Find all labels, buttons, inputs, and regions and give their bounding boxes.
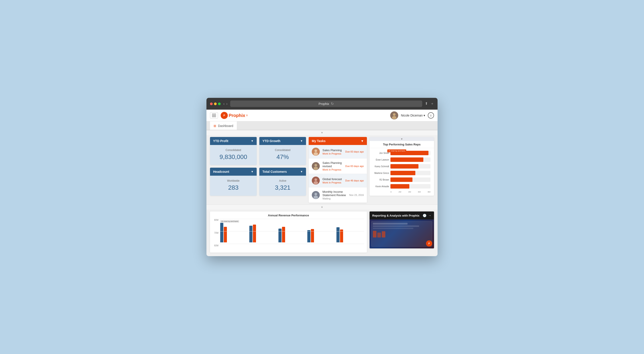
sales-chart-card: ▼ Top Performing Sales Reps JS chart by … — [370, 137, 434, 196]
close-dot[interactable] — [210, 103, 213, 105]
hamburger-line — [212, 115, 216, 116]
rev-bar-orange — [282, 227, 285, 242]
sales-chart-body: JS chart by amCharts Jon Smith Evan Laws… — [370, 148, 434, 196]
reporting-title: Reporting & Analysis with Prophix — [372, 214, 420, 217]
task-due: Due 46 days ago — [345, 179, 364, 182]
new-tab-icon[interactable]: ＋ — [430, 101, 434, 106]
svg-point-7 — [314, 152, 318, 155]
ytd-growth-dropdown[interactable]: ▼ — [300, 139, 303, 143]
browser-chrome: ‹ › Prophix ↻ ⬆ ＋ — [206, 98, 438, 110]
bar-fill — [390, 171, 415, 175]
list-item[interactable]: Sales Planning revised Work In Progress … — [309, 159, 367, 174]
minimize-dot[interactable] — [214, 103, 217, 105]
report-logo-icon: P — [426, 240, 432, 247]
rev-bar-blue — [278, 229, 282, 242]
ytd-profit-value: 9,830,000 — [213, 153, 254, 161]
forward-button[interactable]: › — [226, 102, 227, 106]
back-button[interactable]: ‹ — [223, 102, 224, 106]
svg-text:P: P — [223, 114, 225, 117]
collapse-chevron-2: ▼ — [321, 206, 323, 209]
axis-label: 4M — [408, 191, 411, 193]
annual-revenue-card: Annual Revenue Performance 80M 70M 60M — [210, 211, 367, 253]
chart-collapse-bar[interactable]: ▼ — [370, 137, 434, 141]
bar-label: Marlene Greco — [371, 172, 389, 174]
report-logos: P — [426, 240, 432, 247]
list-item[interactable]: Global forecast Work In Progress Due 46 … — [309, 174, 367, 187]
bar-fill — [390, 184, 409, 189]
total-customers-dropdown[interactable]: ▼ — [300, 170, 303, 173]
svg-point-6 — [314, 149, 317, 152]
left-kpi-column: YTD Profit ▼ Consolidated 9,830,000 Head… — [210, 137, 257, 203]
bar-label: RJ Brown — [371, 179, 389, 181]
reporting-thumbnail: P — [370, 219, 434, 248]
total-customers-body: Active 3,321 — [259, 176, 306, 196]
bar-group — [336, 227, 364, 242]
bar-row: Evan Lawson — [371, 157, 430, 162]
ytd-profit-header: YTD Profit ▼ — [210, 137, 257, 145]
headcount-dropdown[interactable]: ▼ — [251, 170, 254, 173]
ytd-growth-body: Consolidated 47% — [259, 145, 306, 165]
ytd-growth-card: YTD Growth ▼ Consolidated 47% — [259, 137, 306, 165]
tasks-header: My Tasks ▼ — [309, 137, 367, 145]
list-item[interactable]: Monthly Income Statement Review Waiting … — [309, 187, 367, 203]
rev-bar-blue — [307, 230, 310, 242]
bar-axis: 0 2M 4M 6M 8M — [371, 191, 430, 193]
bar-label: Karey Schmidt — [371, 165, 389, 168]
bar-label: Evan Lawson — [371, 159, 389, 161]
total-customers-label: Active — [262, 179, 303, 182]
ytd-profit-dropdown[interactable]: ▼ — [251, 139, 254, 143]
reload-icon[interactable]: ↻ — [331, 102, 334, 106]
ytd-growth-header: YTD Growth ▼ — [259, 137, 306, 145]
logo-icon: P — [221, 112, 228, 119]
tasks-dropdown[interactable]: ▼ — [361, 139, 364, 143]
task-status: Work In Progress — [322, 181, 343, 184]
info-button[interactable]: i — [428, 112, 434, 119]
svg-point-12 — [314, 178, 317, 181]
url-bar[interactable]: Prophix ↻ — [230, 101, 422, 107]
share-icon[interactable]: ⬆ — [425, 101, 428, 106]
tasks-title: My Tasks — [312, 139, 326, 143]
bar-row: RJ Brown — [371, 177, 430, 182]
bar-group — [249, 225, 277, 242]
svg-point-15 — [314, 193, 317, 195]
task-status: Work In Progress — [322, 152, 343, 155]
rev-bar-blue — [336, 227, 340, 242]
ytd-profit-label: Consolidated — [213, 149, 254, 152]
list-item[interactable]: Sales Planning Work In Progress Due 83 d… — [309, 145, 367, 159]
menu-button[interactable] — [210, 112, 218, 119]
reporting-card: Reporting & Analysis with Prophix 🕐 → — [370, 211, 434, 248]
total-customers-header: Total Customers ▼ — [259, 168, 306, 176]
user-name-dropdown[interactable]: Nicole Diceman ▾ — [401, 114, 425, 117]
axis-label: 8M — [428, 191, 430, 193]
chart-collapse-chevron: ▼ — [401, 138, 403, 140]
axis-label: 0 — [390, 191, 392, 193]
browser-dots — [210, 103, 221, 105]
svg-point-13 — [314, 181, 318, 184]
bar-group — [278, 227, 306, 242]
nav-left: P Prophix® — [210, 112, 248, 119]
bottom-section-collapse[interactable]: ▼ — [206, 205, 438, 210]
annual-revenue-title: Annual Revenue Performance — [210, 211, 367, 218]
task-due: Due 83 days ago — [345, 165, 364, 167]
bar-fill — [390, 177, 412, 182]
logo-text: Prophix — [229, 113, 245, 118]
maximize-dot[interactable] — [218, 103, 221, 105]
tab-bar: ⊞ Dashboard — [206, 121, 438, 130]
rev-bar-orange — [311, 229, 314, 242]
task-info: Monthly Income Statement Review Waiting — [322, 190, 347, 200]
top-section-collapse[interactable]: ▼ — [206, 130, 438, 135]
bar-fill — [390, 157, 423, 162]
task-due: Nov 23, 2016 — [349, 194, 364, 196]
headcount-value: 283 — [213, 184, 254, 191]
y-label: 70M — [213, 232, 218, 234]
my-tasks-card: My Tasks ▼ Sales Planning Work In Progre… — [309, 137, 367, 203]
rev-bar-orange — [224, 227, 227, 242]
browser-window: ‹ › Prophix ↻ ⬆ ＋ — [206, 98, 438, 256]
bar-label: Kevin Arkadie — [371, 185, 389, 188]
bar-fill — [390, 164, 418, 169]
tab-dashboard[interactable]: ⊞ Dashboard — [210, 121, 237, 130]
nav-right: Nicole Diceman ▾ i — [390, 111, 434, 119]
clock-icon[interactable]: 🕐 — [423, 214, 426, 217]
chart-watermark: JS chart by amCharts — [387, 149, 406, 152]
share-icon[interactable]: → — [428, 214, 431, 217]
